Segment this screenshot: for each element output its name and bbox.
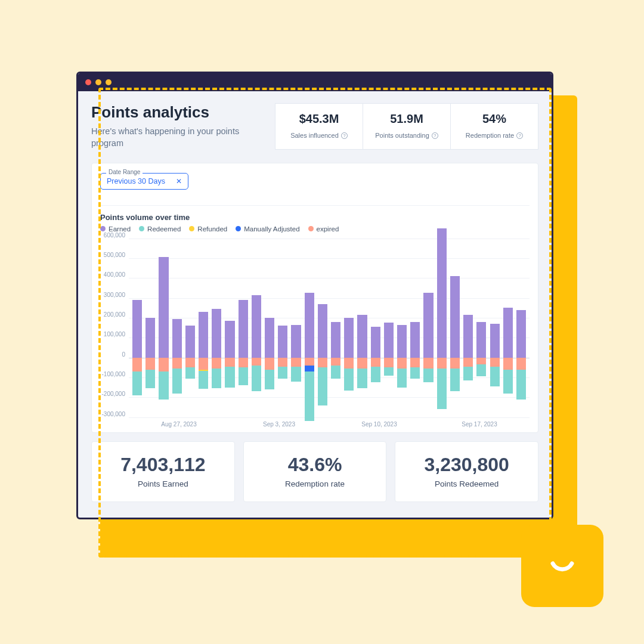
bar-column[interactable]	[277, 239, 289, 417]
bar-segment-expired	[357, 358, 367, 369]
date-range-caption: Date Range	[106, 169, 143, 175]
bar-segment-earned	[132, 300, 142, 358]
bar-segment-expired	[172, 358, 182, 369]
bar-segment-expired	[318, 358, 327, 368]
bar-segment-expired	[199, 358, 208, 370]
bar-segment-earned	[305, 293, 314, 357]
bar-segment-expired	[371, 358, 380, 367]
bar-segment-redeemed	[318, 367, 327, 405]
bar-column[interactable]	[462, 239, 474, 417]
legend-swatch	[139, 226, 144, 231]
bar-segment-earned	[252, 295, 261, 358]
bar-column[interactable]	[237, 239, 249, 417]
legend-swatch	[236, 226, 241, 231]
bar-column[interactable]	[317, 239, 329, 417]
legend-swatch	[189, 226, 194, 231]
info-icon[interactable]: ?	[341, 132, 348, 139]
bar-column[interactable]	[409, 239, 421, 417]
bar-segment-redeemed	[225, 367, 234, 388]
stat-card: 7,403,112Points Earned	[91, 441, 235, 502]
bar-segment-redeemed	[132, 371, 142, 395]
bar-column[interactable]	[475, 239, 487, 417]
legend-label: Earned	[109, 225, 131, 233]
bar-segment-expired	[503, 358, 513, 370]
bar-column[interactable]	[131, 239, 143, 417]
bar-column[interactable]	[157, 239, 169, 417]
bar-segment-earned	[371, 327, 380, 358]
legend-item-refunded[interactable]: Refunded	[189, 225, 227, 233]
bar-column[interactable]	[383, 239, 395, 417]
bar-segment-earned	[503, 308, 513, 357]
date-range-filter[interactable]: Date Range Previous 30 Days ✕	[100, 173, 188, 190]
bar-column[interactable]	[197, 239, 209, 417]
bar-column[interactable]	[488, 239, 500, 417]
bar-column[interactable]	[304, 239, 315, 417]
legend-item-redeemed[interactable]: Redeemed	[139, 225, 181, 233]
bar-column[interactable]	[515, 239, 527, 417]
bar-column[interactable]	[171, 239, 183, 417]
bar-segment-earned	[516, 310, 526, 358]
bar-segment-redeemed	[185, 367, 195, 378]
bar-column[interactable]	[144, 239, 156, 417]
bar-column[interactable]	[250, 239, 262, 417]
x-tick-label: Sep 17, 2023	[429, 421, 530, 428]
stat-value: 7,403,112	[98, 454, 228, 476]
bar-segment-redeemed	[450, 369, 460, 391]
bar-segment-earned	[265, 318, 274, 358]
bar-column[interactable]	[184, 239, 196, 417]
bar-column[interactable]	[356, 239, 368, 417]
bar-segment-earned	[450, 276, 460, 358]
bar-segment-earned	[159, 257, 168, 357]
bar-segment-expired	[331, 358, 340, 366]
window-minimize-icon[interactable]	[95, 79, 101, 85]
bar-segment-earned	[410, 322, 420, 358]
bar-column[interactable]	[210, 239, 222, 417]
page-title: Points analytics	[91, 103, 264, 122]
bar-column[interactable]	[396, 239, 408, 417]
bar-segment-redeemed	[278, 367, 287, 379]
bar-column[interactable]	[224, 239, 236, 417]
bar-column[interactable]	[422, 239, 434, 417]
window-close-icon[interactable]	[85, 79, 91, 85]
window-zoom-icon[interactable]	[106, 79, 112, 85]
stat-card: 3,230,800Points Redeemed	[395, 441, 538, 502]
bar-segment-expired	[305, 358, 314, 366]
info-icon[interactable]: ?	[516, 132, 523, 139]
window-titlebar	[78, 73, 552, 91]
legend-label: expired	[317, 225, 339, 233]
bar-column[interactable]	[330, 239, 342, 417]
legend-swatch	[100, 226, 106, 231]
bar-segment-earned	[344, 318, 354, 358]
bar-segment-earned	[172, 319, 182, 358]
summary-stats: 7,403,112Points Earned43.6%Redemption ra…	[91, 441, 538, 502]
bar-column[interactable]	[436, 239, 448, 417]
kpi-label: Redemption rate ?	[466, 132, 523, 139]
bar-segment-redeemed	[463, 367, 473, 380]
legend-item-manual[interactable]: Manually Adjusted	[236, 225, 299, 233]
bar-column[interactable]	[343, 239, 355, 417]
info-icon[interactable]: ?	[432, 132, 438, 139]
kpi-value: $45.3M	[280, 112, 358, 126]
bar-segment-expired	[463, 358, 473, 367]
bar-segment-redeemed	[397, 369, 407, 388]
bar-segment-earned	[291, 325, 301, 358]
bar-segment-earned	[331, 322, 340, 358]
bar-segment-redeemed	[239, 367, 248, 385]
bar-column[interactable]	[290, 239, 302, 417]
legend-item-expired[interactable]: expired	[308, 225, 339, 233]
bar-segment-manual	[305, 366, 314, 371]
bar-column[interactable]	[502, 239, 514, 417]
app-window: Points analytics Here's what's happening…	[76, 72, 553, 519]
close-icon[interactable]: ✕	[176, 177, 182, 185]
bar-segment-expired	[278, 358, 287, 367]
legend-label: Refunded	[197, 225, 227, 233]
bar-segment-expired	[265, 358, 274, 370]
bar-column[interactable]	[370, 239, 382, 417]
bar-segment-earned	[199, 312, 208, 358]
bar-column[interactable]	[264, 239, 275, 417]
legend-item-earned[interactable]: Earned	[100, 225, 131, 233]
bar-segment-redeemed	[199, 371, 208, 389]
bar-segment-expired	[476, 358, 486, 365]
bar-segment-redeemed	[305, 371, 314, 421]
bar-column[interactable]	[449, 239, 461, 417]
